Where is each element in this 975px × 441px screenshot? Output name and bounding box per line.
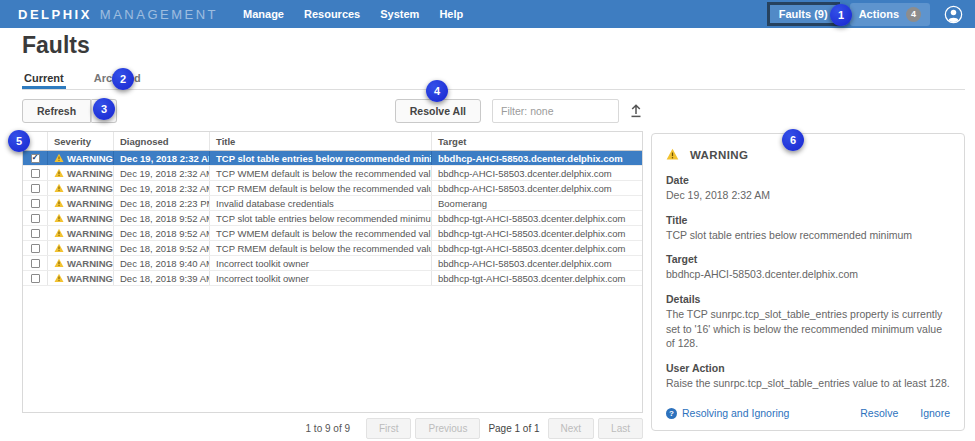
target-cell: Boomerang [431, 196, 642, 210]
actions-button-label: Actions [859, 8, 899, 20]
table-row[interactable]: WARNING Dec 18, 2018 9:52 AM TCP slot ta… [23, 211, 642, 226]
diagnosed-cell: Dec 18, 2018 9:39 AM [113, 271, 209, 285]
pagination-range: 1 to 9 of 9 [306, 423, 350, 434]
detail-fields: Date Dec 19, 2018 2:32 AM Title TCP slot… [666, 174, 950, 391]
diagnosed-cell: Dec 18, 2018 9:40 AM [113, 256, 209, 270]
topbar-right-controls: Faults (9) Actions 4 [767, 2, 963, 26]
export-icon [629, 103, 643, 118]
title-cell: TCP WMEM default is below the recommende… [209, 166, 431, 180]
severity-label: WARNING [67, 213, 113, 224]
title-cell: TCP slot table entries below recommended… [209, 211, 431, 225]
severity-label: WARNING [67, 168, 113, 179]
pagination-next-button[interactable]: Next [548, 418, 595, 439]
detail-field-label: Date [666, 174, 950, 186]
resolve-all-button[interactable]: Resolve All [395, 99, 481, 123]
severity-label: WARNING [67, 243, 113, 254]
warning-icon [54, 273, 64, 283]
title-cell: Incorrect toolkit owner [209, 256, 431, 270]
severity-label: WARNING [67, 183, 113, 194]
row-checkbox[interactable] [31, 259, 40, 268]
warning-icon [54, 258, 64, 268]
title-cell: TCP RMEM default is below the recommende… [209, 181, 431, 195]
pagination: 1 to 9 of 9 First Previous Page 1 of 1 N… [22, 418, 643, 439]
menu-item[interactable]: System [370, 8, 429, 20]
tab-current[interactable]: Current [22, 67, 66, 89]
target-cell: bbdhcp-tgt-AHCI-58503.dcenter.delphix.co… [431, 211, 642, 225]
target-cell: bbdhcp-AHCI-58503.dcenter.delphix.com [431, 256, 642, 270]
diagnosed-cell: Dec 19, 2018 2:32 AM [113, 166, 209, 180]
ignore-link[interactable]: Ignore [920, 407, 950, 419]
detail-field-value: The TCP sunrpc.tcp_slot_table_entries pr… [666, 307, 950, 351]
warning-icon [54, 198, 64, 208]
export-button[interactable] [629, 103, 643, 118]
table-row[interactable]: WARNING Dec 19, 2018 2:32 AM TCP slot ta… [23, 151, 642, 166]
detail-severity-heading: WARNING [666, 148, 950, 161]
column-header-diagnosed[interactable]: Diagnosed [113, 132, 209, 150]
delphix-logo: DELPHIX MANAGEMENT [18, 7, 218, 22]
target-cell: bbdhcp-tgt-AHCI-58503.dcenter.delphix.co… [431, 241, 642, 255]
main-menu: Manage Resources System Help [233, 8, 473, 20]
table-body: WARNING Dec 19, 2018 2:32 AM TCP slot ta… [23, 151, 642, 286]
detail-field-label: Target [666, 253, 950, 265]
column-header-severity[interactable]: Severity [47, 132, 113, 150]
actions-button[interactable]: Actions 4 [850, 3, 930, 26]
row-checkbox[interactable] [31, 244, 40, 253]
target-cell: bbdhcp-AHCI-58503.dcenter.delphix.com [431, 151, 642, 165]
pagination-page-indicator: Page 1 of 1 [488, 423, 539, 434]
table-row[interactable]: WARNING Dec 18, 2018 9:39 AM Incorrect t… [23, 271, 642, 286]
title-cell: Incorrect toolkit owner [209, 271, 431, 285]
diagnosed-cell: Dec 18, 2018 9:52 AM [113, 226, 209, 240]
table-row[interactable]: WARNING Dec 18, 2018 9:40 AM Incorrect t… [23, 256, 642, 271]
detail-field-label: User Action [666, 362, 950, 374]
resolving-and-ignoring-link[interactable]: ? Resolving and Ignoring [666, 407, 789, 419]
row-checkbox[interactable] [31, 229, 40, 238]
pagination-previous-button[interactable]: Previous [415, 418, 480, 439]
row-checkbox[interactable] [31, 169, 40, 178]
table-header-row: Severity Diagnosed Title Target [23, 132, 642, 151]
row-checkbox[interactable] [31, 184, 40, 193]
target-cell: bbdhcp-AHCI-58503.dcenter.delphix.com [431, 181, 642, 195]
brand-secondary-text: MANAGEMENT [100, 7, 218, 22]
pagination-first-button[interactable]: First [366, 418, 411, 439]
diagnosed-cell: Dec 19, 2018 2:32 AM [113, 181, 209, 195]
table-row[interactable]: WARNING Dec 18, 2018 2:23 PM Invalid dat… [23, 196, 642, 211]
warning-icon [54, 243, 64, 253]
menu-item[interactable]: Help [429, 8, 473, 20]
actions-count-badge: 4 [906, 7, 921, 22]
top-navigation-bar: DELPHIX MANAGEMENT Manage Resources Syst… [0, 0, 975, 28]
fault-detail-panel: WARNING Date Dec 19, 2018 2:32 AM Title … [651, 133, 965, 431]
diagnosed-cell: Dec 18, 2018 2:23 PM [113, 196, 209, 210]
callout-badge: 5 [8, 130, 30, 152]
detail-field: Date Dec 19, 2018 2:32 AM [666, 174, 950, 203]
resolve-link[interactable]: Resolve [860, 407, 898, 419]
toolbar-right-tools: Resolve All [395, 99, 643, 123]
table-row[interactable]: WARNING Dec 19, 2018 2:32 AM TCP RMEM de… [23, 181, 642, 196]
table-row[interactable]: WARNING Dec 18, 2018 9:52 AM TCP WMEM de… [23, 226, 642, 241]
target-cell: bbdhcp-tgt-AHCI-58503.dcenter.delphix.co… [431, 271, 642, 285]
row-checkbox[interactable] [31, 214, 40, 223]
table-row[interactable]: WARNING Dec 19, 2018 2:32 AM TCP WMEM de… [23, 166, 642, 181]
pagination-last-button[interactable]: Last [598, 418, 643, 439]
column-header-target[interactable]: Target [431, 132, 642, 150]
tab-bar: Current Archived [22, 67, 965, 90]
faults-button[interactable]: Faults (9) [767, 2, 840, 26]
diagnosed-cell: Dec 18, 2018 9:52 AM [113, 211, 209, 225]
title-cell: Invalid database credentials [209, 196, 431, 210]
row-checkbox[interactable] [31, 274, 40, 283]
menu-item[interactable]: Manage [233, 8, 294, 20]
column-header-title[interactable]: Title [209, 132, 431, 150]
warning-icon [54, 168, 64, 178]
detail-severity-label: WARNING [690, 149, 748, 161]
warning-icon [54, 153, 64, 163]
user-profile-icon[interactable] [944, 5, 963, 24]
row-checkbox[interactable] [31, 154, 40, 163]
detail-field-value: TCP slot table entries below recommended… [666, 228, 950, 243]
filter-input[interactable] [492, 99, 619, 123]
warning-icon [54, 228, 64, 238]
faults-page: DELPHIX MANAGEMENT Manage Resources Syst… [0, 0, 975, 441]
refresh-button[interactable]: Refresh [22, 99, 91, 123]
row-checkbox[interactable] [31, 199, 40, 208]
menu-item[interactable]: Resources [294, 8, 370, 20]
callout-badge: 4 [426, 80, 448, 102]
table-row[interactable]: WARNING Dec 18, 2018 9:52 AM TCP RMEM de… [23, 241, 642, 256]
